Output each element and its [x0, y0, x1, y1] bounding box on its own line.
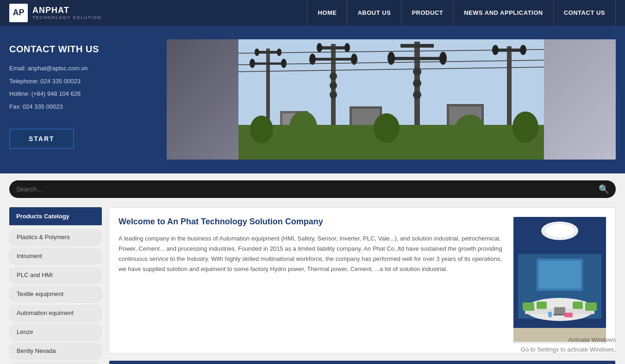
nav-news[interactable]: NEWS AND APPLICATION — [454, 0, 554, 25]
svg-point-5 — [250, 59, 255, 68]
search-input[interactable] — [16, 185, 599, 193]
search-icon[interactable]: 🔍 — [599, 184, 609, 194]
svg-point-44 — [455, 115, 485, 142]
svg-rect-54 — [523, 302, 534, 311]
svg-point-20 — [439, 52, 447, 65]
sidebar-header: Products Catelogy — [9, 207, 102, 225]
svg-point-15 — [344, 43, 350, 52]
svg-rect-61 — [548, 312, 552, 317]
svg-point-39 — [520, 45, 526, 55]
svg-point-32 — [413, 91, 421, 99]
main-nav: HOMEABOUT USPRODUCTNEWS AND APPLICATIONC… — [307, 0, 616, 25]
welcome-title: Welcome to An Phat Technology Solution C… — [119, 217, 504, 227]
contact-telephone: Telephone: 024 335 00023 — [9, 77, 157, 86]
svg-rect-56 — [573, 302, 583, 309]
contact-email: Email: anphat@aptsc.com.vn — [9, 64, 157, 73]
welcome-text: Welcome to An Phat Technology Solution C… — [119, 217, 504, 344]
welcome-image — [513, 217, 606, 344]
svg-point-12 — [309, 54, 316, 65]
svg-point-45 — [512, 111, 538, 143]
svg-point-28 — [330, 82, 337, 89]
start-button[interactable]: START — [9, 129, 74, 149]
svg-rect-62 — [513, 328, 606, 342]
nav-product[interactable]: PRODUCT — [401, 0, 454, 25]
svg-rect-36 — [507, 46, 512, 134]
sidebar-items: Plastics & PolymersIntrumentPLC and HMIT… — [9, 229, 102, 364]
main-wrapper: 🔍 Products Catelogy Plastics & PolymersI… — [0, 173, 625, 364]
sidebar-item[interactable]: Textile equipment — [9, 286, 102, 302]
sidebar-item[interactable]: Allen-Bradley — [9, 362, 102, 364]
svg-point-29 — [330, 91, 337, 99]
search-bar: 🔍 — [9, 180, 616, 198]
svg-rect-16 — [414, 42, 420, 134]
contact-fax: Fax: 024 335 00023 — [9, 102, 157, 111]
svg-point-8 — [277, 49, 281, 56]
svg-point-41 — [250, 116, 273, 143]
svg-point-27 — [330, 73, 337, 80]
svg-point-43 — [374, 113, 400, 143]
svg-point-14 — [317, 43, 322, 52]
logo-icon: AP — [9, 4, 28, 22]
sidebar-item[interactable]: Bently Nevada — [9, 343, 102, 359]
svg-rect-11 — [312, 58, 354, 61]
contact-title: CONTACT WITH US — [9, 44, 157, 55]
svg-rect-37 — [495, 49, 523, 52]
svg-rect-17 — [400, 44, 434, 48]
svg-rect-10 — [319, 46, 347, 49]
main-content: Welcome to An Phat Technology Solution C… — [109, 207, 616, 364]
welcome-body: A leading company in the business of Aut… — [119, 234, 504, 274]
logo-text: ANPHAT TECHNOLOGY SOLUTION — [32, 6, 101, 20]
hero-section: CONTACT WITH US Email: anphat@aptsc.com.… — [0, 25, 625, 173]
svg-rect-55 — [537, 302, 547, 309]
svg-point-48 — [546, 224, 574, 238]
sidebar: Products Catelogy Plastics & PolymersInt… — [9, 207, 102, 364]
nav-about[interactable]: ABOUT US — [347, 0, 401, 25]
nav-home[interactable]: HOME — [307, 0, 347, 25]
sidebar-item[interactable]: Plastics & Polymers — [9, 229, 102, 246]
sidebar-item[interactable]: Automation equiment — [9, 305, 102, 321]
sidebar-item[interactable]: Intrument — [9, 248, 102, 265]
svg-point-7 — [255, 49, 259, 56]
office-svg — [513, 217, 606, 342]
welcome-image-inner — [513, 217, 606, 344]
svg-point-38 — [492, 45, 499, 55]
featured-card: Featured products — [109, 360, 616, 364]
svg-rect-18 — [391, 57, 443, 60]
contact-info: CONTACT WITH US Email: anphat@aptsc.com.… — [9, 39, 157, 160]
svg-rect-59 — [553, 314, 566, 315]
svg-point-31 — [413, 79, 421, 87]
sidebar-item[interactable]: Lenze — [9, 324, 102, 340]
svg-rect-51 — [539, 261, 581, 289]
svg-point-6 — [281, 59, 287, 68]
logo-subtitle: TECHNOLOGY SOLUTION — [32, 15, 101, 20]
welcome-card: Welcome to An Phat Technology Solution C… — [109, 207, 616, 353]
svg-rect-60 — [564, 313, 573, 317]
hero-image — [167, 39, 616, 160]
svg-rect-58 — [554, 307, 565, 314]
sidebar-item[interactable]: PLC and HMI — [9, 267, 102, 284]
logo-name: ANPHAT — [32, 6, 101, 15]
contact-hotline: Hotline: (+84) 948 104 626 — [9, 89, 157, 99]
svg-rect-57 — [585, 302, 597, 311]
hero-svg — [167, 39, 616, 160]
featured-products-header: Featured products — [109, 361, 615, 364]
svg-point-42 — [289, 111, 317, 143]
header: AP ANPHAT TECHNOLOGY SOLUTION HOMEABOUT … — [0, 0, 625, 25]
hero-image-inner — [167, 39, 616, 160]
nav-contact[interactable]: CONTACT US — [554, 0, 616, 25]
content-layout: Products Catelogy Plastics & PolymersInt… — [9, 207, 616, 364]
logo-area: AP ANPHAT TECHNOLOGY SOLUTION — [9, 4, 102, 22]
